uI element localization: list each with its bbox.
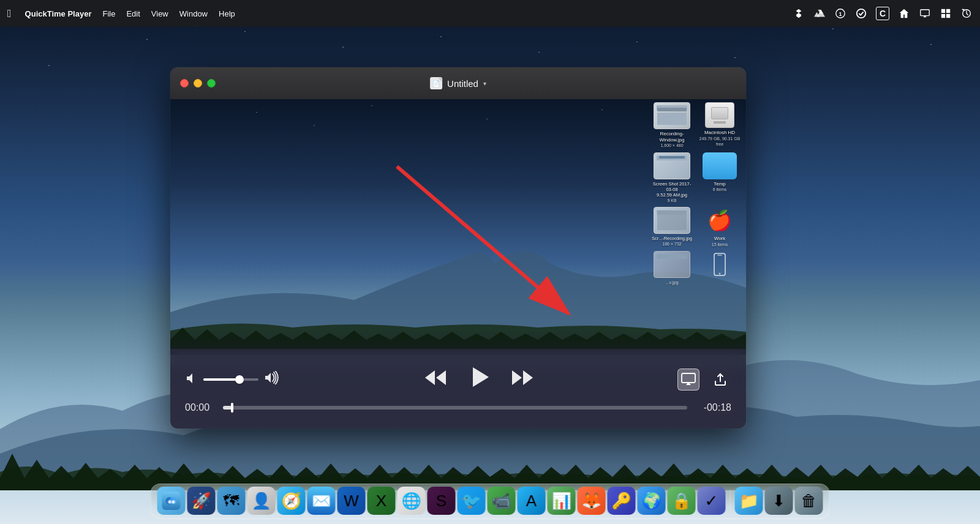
window-title: Untitled: [447, 78, 478, 89]
minimize-button[interactable]: [194, 79, 202, 88]
dock-slack[interactable]: S: [428, 487, 456, 515]
timeline-handle[interactable]: [231, 403, 233, 413]
dock-facetime[interactable]: 📹: [488, 487, 516, 515]
svg-rect-5: [946, 9, 950, 13]
icon-label-hdd: Macintosh HD249.79 GB, 90.31 GB free: [698, 130, 741, 148]
svg-point-11: [719, 273, 721, 275]
window-titlebar: 📄 Untitled ▾: [170, 67, 746, 99]
grid-icon[interactable]: [940, 7, 952, 20]
title-chevron-icon[interactable]: ▾: [483, 80, 486, 87]
check-icon[interactable]: [855, 7, 867, 20]
dock-numbers[interactable]: 📊: [548, 487, 576, 515]
icon-label-scr-recording: Scr...-Recording.jpg186 × 732: [652, 236, 692, 247]
dock-launchpad[interactable]: 🚀: [187, 487, 216, 515]
svg-rect-7: [946, 14, 950, 18]
titlebar-center: 📄 Untitled ▾: [430, 77, 486, 89]
svg-text:◉: ◉: [171, 499, 175, 504]
dock-safari[interactable]: 🧭: [277, 487, 306, 515]
desktop-icon-work[interactable]: 🍎 Work15 items: [698, 207, 741, 247]
document-icon: 📄: [430, 77, 442, 89]
help-menu[interactable]: Help: [219, 9, 235, 18]
quicktime-window: 📄 Untitled ▾: [170, 67, 746, 429]
svg-marker-17: [512, 370, 522, 385]
dock-excel[interactable]: X: [368, 487, 396, 515]
airplay-button[interactable]: [677, 369, 699, 391]
file-menu[interactable]: File: [102, 9, 115, 18]
icon-image-hdd: [705, 102, 734, 128]
volume-low-icon: [185, 372, 198, 387]
airplay-menubar-icon[interactable]: [919, 7, 931, 20]
dock-mail[interactable]: ✉️: [307, 487, 336, 515]
dock-twitter[interactable]: 🐦: [458, 487, 486, 515]
desktop-icon-screenshot[interactable]: Screen Shot 2017-03-089.52.59 AM.jpg9 KB: [650, 152, 693, 203]
menubar-left:  QuickTime Player File Edit View Window…: [7, 7, 793, 20]
home-icon[interactable]: [898, 7, 910, 20]
dock-finder2[interactable]: 📁: [735, 487, 763, 515]
svg-rect-3: [921, 10, 929, 16]
dock-trash[interactable]: 🗑: [795, 487, 823, 515]
icon-image-work: 🍎: [703, 207, 737, 234]
dock-vpn[interactable]: 🔒: [668, 487, 696, 515]
playback-section: [424, 365, 534, 395]
dock-1password[interactable]: 🔑: [608, 487, 636, 515]
svg-rect-4: [941, 9, 945, 13]
controls-bar: 00:00 -00:18: [170, 349, 746, 429]
desktop-icon-temp[interactable]: Temp6 items: [698, 152, 741, 203]
share-button[interactable]: [709, 369, 731, 391]
icon-image-partial: [654, 251, 690, 278]
dock-downloads[interactable]: ⬇: [765, 487, 793, 515]
dock-check2[interactable]: ✓: [698, 487, 726, 515]
svg-rect-9: [714, 253, 725, 275]
svg-marker-14: [425, 370, 435, 385]
maximize-button[interactable]: [207, 79, 216, 88]
apple-menu[interactable]: : [7, 7, 12, 20]
svg-marker-16: [473, 367, 489, 387]
dock-chrome2[interactable]: 🌍: [638, 487, 666, 515]
traffic-lights: [180, 79, 216, 88]
dock-firefox[interactable]: 🦊: [578, 487, 606, 515]
icon-label-partial: ...v.jpg: [665, 280, 679, 285]
dock-chrome[interactable]: 🌐: [398, 487, 426, 515]
svg-rect-19: [682, 373, 695, 383]
fast-forward-button[interactable]: [511, 369, 534, 391]
timeline-row: 00:00 -00:18: [185, 402, 731, 413]
timeline-track[interactable]: [223, 406, 687, 410]
desktop-icon-partial[interactable]: ...v.jpg: [650, 251, 693, 285]
dock-maps[interactable]: 🗺: [217, 487, 246, 515]
dock-appstore[interactable]: A: [518, 487, 546, 515]
svg-marker-18: [523, 370, 533, 385]
dropbox-icon[interactable]: [793, 7, 805, 20]
dock: ◉ ◉ 🚀 🗺 👤 🧭 ✉️ W X 🌐 S 🐦 📹 A 📊 🦊 🔑 🌍 🔒 ✓…: [151, 484, 830, 519]
edit-menu[interactable]: Edit: [126, 9, 140, 18]
window-menu[interactable]: Window: [179, 9, 208, 18]
desktop-icon-recording-window[interactable]: Recording-Window.jpg1,600 × 480: [650, 102, 693, 149]
icon-label-temp: Temp6 items: [713, 181, 727, 193]
icon-label-screenshot: Screen Shot 2017-03-089.52.59 AM.jpg9 KB: [650, 181, 693, 203]
icon-image-recording: [654, 102, 690, 129]
onepassword-icon[interactable]: 1: [834, 7, 846, 20]
svg-point-2: [857, 9, 865, 18]
carboncopy-icon[interactable]: C: [876, 7, 889, 20]
desktop-icon-scr-recording[interactable]: Scr...-Recording.jpg186 × 732: [650, 207, 693, 247]
close-button[interactable]: [180, 79, 189, 88]
svg-text:1: 1: [839, 11, 842, 17]
dock-contacts[interactable]: 👤: [247, 487, 276, 515]
volume-knob[interactable]: [235, 375, 244, 384]
app-name-menu[interactable]: QuickTime Player: [25, 9, 92, 18]
dock-finder[interactable]: ◉ ◉: [157, 487, 186, 515]
rewind-button[interactable]: [424, 369, 447, 391]
timemachine-icon[interactable]: [960, 7, 973, 20]
volume-section: [185, 371, 281, 388]
dock-word[interactable]: W: [337, 487, 366, 515]
view-menu[interactable]: View: [151, 9, 168, 18]
icon-image-screenshot: [654, 152, 690, 179]
icon-image-temp: [703, 152, 737, 179]
icon-image-phone: [711, 251, 728, 278]
menubar-right: 1 C: [793, 7, 973, 20]
google-drive-icon[interactable]: [813, 7, 826, 20]
volume-slider[interactable]: [203, 378, 258, 381]
controls-row: [185, 365, 731, 395]
play-button[interactable]: [467, 365, 491, 395]
desktop-icon-macintosh-hd[interactable]: Macintosh HD249.79 GB, 90.31 GB free: [698, 102, 741, 149]
desktop-icon-phone[interactable]: [698, 251, 741, 285]
